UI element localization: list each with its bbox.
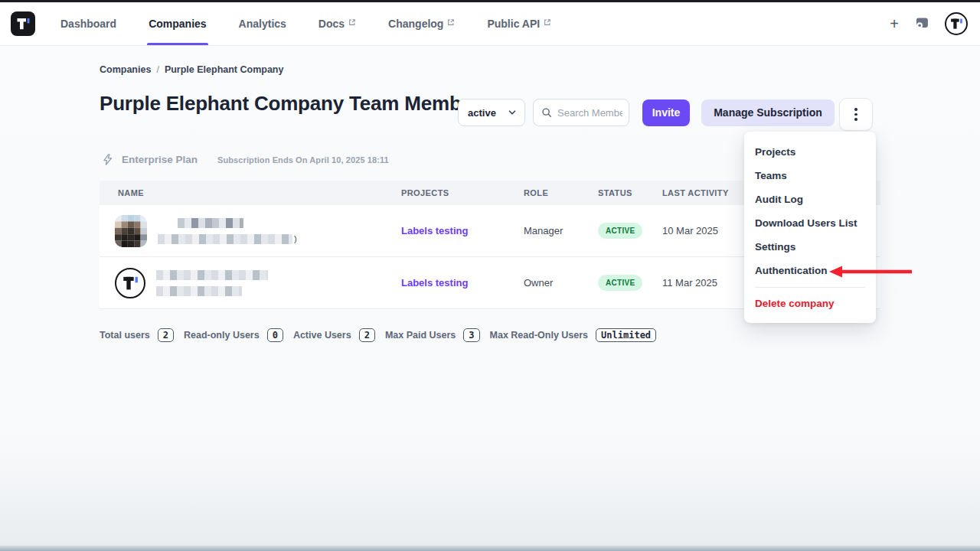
project-link[interactable]: Labels testing (401, 225, 524, 236)
avatar-redacted (115, 215, 147, 247)
user-avatar[interactable] (945, 12, 968, 35)
controls-row: active Invite Manage Subscription (458, 99, 835, 126)
stat-label: Max Paid Users (385, 330, 456, 341)
kebab-dot (854, 118, 858, 121)
nav-item-docs[interactable]: Docs (306, 2, 368, 45)
stat-total-users: Total users 2 (100, 328, 174, 342)
stat-value: 2 (359, 328, 375, 342)
project-link[interactable]: Labels testing (401, 277, 524, 289)
avatar-company-logo (115, 268, 145, 298)
stat-label: Max Read-Only Users (490, 330, 589, 341)
window-bottom-strip (0, 546, 980, 551)
external-link-icon (348, 18, 356, 26)
stat-value: 2 (158, 328, 174, 342)
redacted-trailing-char: ) (294, 234, 297, 243)
menu-item-teams[interactable]: Teams (744, 164, 876, 187)
status-filter-select[interactable]: active (458, 99, 525, 126)
redacted-email (158, 234, 292, 244)
nav-label: Docs (318, 18, 345, 30)
stat-value: 3 (463, 328, 479, 342)
redacted-name-lines (156, 270, 268, 296)
add-button[interactable]: + (890, 16, 899, 31)
app-screen: Dashboard Companies Analytics Docs Chang… (0, 0, 980, 551)
subscription-ends-text: Subscription Ends On April 10, 2025 18:1… (217, 155, 389, 165)
plan-row: Enterprise Plan Subscription Ends On Apr… (101, 153, 389, 166)
search-box (533, 99, 629, 126)
kebab-dot (854, 113, 858, 116)
logo-t-icon (14, 15, 32, 33)
nav-label: Companies (149, 18, 206, 30)
breadcrumb-separator: / (156, 64, 158, 75)
col-header-status: STATUS (598, 188, 662, 197)
member-role: Manager (524, 225, 598, 236)
nav-item-dashboard[interactable]: Dashboard (48, 2, 129, 45)
nav-label: Public API (487, 18, 540, 30)
plan-name: Enterprise Plan (122, 154, 198, 165)
nav-items: Dashboard Companies Analytics Docs Chang… (44, 2, 567, 45)
status-cell: ACTIVE (598, 223, 662, 239)
stat-label: Read-only Users (184, 330, 260, 341)
chevron-down-icon (508, 108, 517, 117)
nav-item-analytics[interactable]: Analytics (227, 2, 299, 45)
kebab-dot (854, 108, 858, 111)
breadcrumb: Companies / Purple Elephant Company (100, 64, 283, 75)
stat-value: Unlimited (596, 328, 656, 342)
breadcrumb-companies[interactable]: Companies (100, 64, 151, 75)
menu-item-projects[interactable]: Projects (744, 140, 876, 164)
menu-item-authentication[interactable]: Authentication (744, 259, 876, 282)
status-badge: ACTIVE (598, 275, 642, 291)
logo-t-icon (119, 272, 141, 294)
menu-item-settings[interactable]: Settings (744, 235, 876, 259)
support-icon[interactable] (914, 16, 929, 31)
external-link-icon (447, 18, 455, 26)
col-header-role: ROLE (524, 188, 598, 197)
nav-label: Analytics (239, 18, 286, 30)
menu-item-delete-company[interactable]: Delete company (744, 292, 876, 315)
top-nav: Dashboard Companies Analytics Docs Chang… (0, 2, 980, 46)
search-input[interactable] (557, 107, 622, 119)
stat-value: 0 (267, 328, 283, 342)
nav-label: Changelog (388, 18, 443, 30)
nav-item-changelog[interactable]: Changelog (376, 2, 467, 45)
lightning-icon (101, 153, 114, 166)
search-icon (541, 107, 552, 118)
redacted-name (178, 218, 243, 228)
window-top-strip (0, 0, 980, 2)
nav-label: Dashboard (60, 18, 116, 30)
col-header-projects: PROJECTS (401, 188, 524, 197)
manage-subscription-button[interactable]: Manage Subscription (701, 99, 835, 126)
member-role: Owner (524, 277, 598, 289)
status-badge: ACTIVE (598, 223, 642, 239)
app-logo[interactable] (11, 11, 35, 36)
status-filter-value: active (468, 107, 496, 119)
stat-active-users: Active Users 2 (293, 328, 375, 342)
page-title: Purple Elephant Company Team Members (100, 91, 513, 116)
member-name-cell (100, 268, 401, 298)
stat-label: Active Users (293, 330, 351, 341)
logo-t-icon (948, 15, 965, 32)
company-actions-kebab-button[interactable] (839, 98, 873, 131)
user-stats-row: Total users 2 Read-only Users 0 Active U… (100, 328, 656, 342)
redacted-email (156, 286, 242, 296)
status-cell: ACTIVE (598, 275, 662, 291)
company-actions-menu: Projects Teams Audit Log Download Users … (744, 132, 876, 323)
invite-button[interactable]: Invite (642, 99, 690, 126)
redacted-name-lines: ) (158, 218, 297, 244)
stat-max-readonly-users: Max Read-Only Users Unlimited (490, 328, 657, 342)
member-name-cell: ) (100, 215, 401, 247)
stat-readonly-users: Read-only Users 0 (184, 328, 283, 342)
main-content: Companies / Purple Elephant Company Purp… (0, 47, 980, 551)
nav-item-public-api[interactable]: Public API (475, 2, 564, 45)
breadcrumb-current[interactable]: Purple Elephant Company (165, 64, 284, 75)
menu-divider (755, 287, 865, 288)
redacted-name (156, 270, 268, 280)
stat-max-paid-users: Max Paid Users 3 (385, 328, 480, 342)
col-header-name: NAME (100, 188, 401, 197)
stat-label: Total users (100, 330, 150, 341)
nav-item-companies[interactable]: Companies (136, 2, 218, 45)
external-link-icon (544, 18, 551, 26)
nav-right: + (890, 12, 980, 35)
menu-item-audit-log[interactable]: Audit Log (744, 187, 876, 211)
menu-item-download-users-list[interactable]: Download Users List (744, 211, 876, 235)
